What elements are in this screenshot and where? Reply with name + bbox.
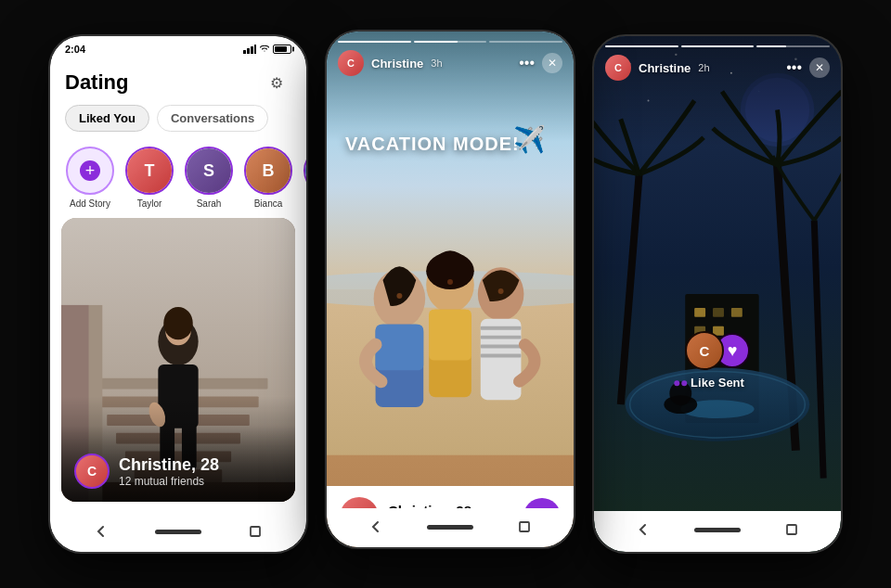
story-controls-right: ••• ✕ [786,58,830,78]
square-nav-center[interactable] [513,516,536,538]
story-time-right: 2h [698,62,709,73]
svg-rect-28 [376,325,424,371]
home-pill[interactable] [155,530,201,534]
bottom-nav-right [594,511,841,552]
right-background [594,36,841,552]
phone-center: C Christine 3h ••• ✕ VACATION MODE! ✈️ [325,30,575,549]
square-icon-right [784,522,799,537]
like-sent-bubble: C ♥ [685,331,750,370]
square-icon [248,524,263,539]
wifi-icon [259,45,270,54]
story-sp[interactable]: Sp Sp... [303,147,306,209]
back-nav-button[interactable] [90,520,112,543]
story-username-right: Christine [639,61,691,75]
close-story-button-right[interactable]: ✕ [809,58,830,78]
card-profile-avatar: C [74,454,110,489]
phones-container: 2:04 [30,16,861,572]
center-background [327,32,574,547]
story-user-row: C Christine 3h ••• ✕ [338,50,562,76]
status-icons [243,45,291,54]
story-header-center: C Christine 3h ••• ✕ [327,32,574,76]
stories-row: + Add Story T Taylor S Sarah [50,141,306,218]
phone-left: 2:04 [48,34,308,554]
svg-rect-57 [694,308,705,317]
taylor-avatar-img: T [127,148,172,193]
svg-point-40 [447,279,453,285]
story-username: Christine [371,57,423,70]
svg-point-20 [163,307,193,339]
svg-rect-37 [481,345,522,349]
vacation-text: VACATION MODE! [345,134,520,155]
back-icon [94,524,109,539]
svg-rect-38 [481,354,522,358]
story-sp-avatar: Sp [303,147,306,195]
tab-liked-you[interactable]: Liked You [65,105,149,132]
close-story-button[interactable]: ✕ [542,53,562,73]
svg-rect-3 [254,45,256,54]
vacation-text-overlay: VACATION MODE! [345,134,520,155]
taylor-label: Taylor [137,198,162,209]
svg-rect-35 [481,326,522,330]
screen-right: C Christine 2h ••• ✕ C ♥ Like Sent [594,36,841,552]
story-taylor-avatar: T [125,147,174,195]
card-text: Christine, 28 12 mutual friends [119,455,219,488]
progress-bar-r3 [756,45,830,47]
svg-point-41 [498,288,504,294]
svg-rect-71 [787,525,796,534]
back-nav-center[interactable] [365,516,387,538]
add-icon: + [80,160,100,181]
home-pill-center[interactable] [427,525,473,530]
tab-buttons: Liked You Conversations [50,105,306,141]
story-taylor[interactable]: T Taylor [124,147,174,209]
add-story-label: Add Story [70,198,110,209]
svg-rect-36 [481,336,522,339]
like-sent-label: Like Sent [691,376,744,390]
screen-center: C Christine 3h ••• ✕ VACATION MODE! ✈️ [327,32,574,547]
sarah-label: Sarah [197,198,222,209]
add-story-avatar: + [66,147,114,195]
story-header-right: C Christine 2h ••• ✕ [594,36,841,81]
progress-bars-right [605,45,830,47]
card-mutual-friends: 12 mutual friends [119,475,219,488]
progress-bar-2 [414,41,487,43]
story-user-info-right: C Christine 2h [605,55,710,81]
like-sent-user-avatar: C [685,331,724,370]
back-nav-right[interactable] [632,518,654,541]
tab-conversations[interactable]: Conversations [157,105,268,132]
story-add[interactable]: + Add Story [65,147,115,209]
home-pill-right[interactable] [694,528,741,532]
story-sarah[interactable]: S Sarah [184,147,234,209]
sp-avatar-img: Sp [305,148,306,193]
progress-bars [338,41,562,43]
square-nav-right[interactable] [781,518,803,541]
square-nav-button[interactable] [244,520,266,543]
svg-rect-22 [251,527,260,536]
bottom-nav-center [327,508,574,547]
back-icon-center [368,519,383,534]
dating-header: Dating ⚙ [50,58,306,105]
square-icon-center [517,519,532,534]
svg-rect-1 [247,48,250,54]
back-icon-right [636,522,651,537]
svg-rect-59 [731,308,742,317]
card-profile-name: Christine, 28 [119,455,219,475]
settings-button[interactable]: ⚙ [262,68,291,97]
progress-bar-r2 [681,45,755,47]
story-bianca[interactable]: B Bianca [243,147,293,209]
main-profile-card[interactable]: C Christine, 28 12 mutual friends [61,218,295,502]
bianca-label: Bianca [254,198,283,209]
plane-emoji: ✈️ [513,124,546,155]
story-user-row-right: C Christine 2h ••• ✕ [605,55,830,81]
story-bianca-avatar: B [244,147,292,195]
progress-bar-r1 [605,45,678,47]
svg-rect-31 [429,310,471,361]
more-options-button-right[interactable]: ••• [786,59,802,76]
sarah-avatar-img: S [187,148,231,193]
progress-bar-3 [489,41,562,43]
phone-right: C Christine 2h ••• ✕ C ♥ Like Sent [592,34,843,554]
svg-rect-0 [243,50,246,54]
more-options-button[interactable]: ••• [519,55,535,71]
svg-rect-43 [520,522,529,531]
battery-icon [273,45,291,54]
like-sent-container: C ♥ Like Sent [685,331,750,390]
